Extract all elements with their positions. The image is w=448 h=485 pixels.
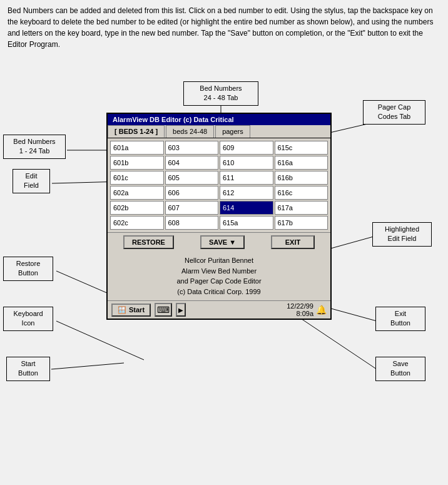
arrow-icon: ▶ (178, 307, 183, 314)
bed-cell[interactable]: 604 (165, 156, 219, 170)
bed-cell[interactable]: 601c (110, 171, 164, 185)
bed-cell[interactable]: 616c (275, 186, 328, 200)
bed-cell[interactable]: 617b (275, 216, 328, 230)
start-label: Start (129, 306, 145, 314)
main-area: Bed Numbers 24 - 48 Tab Pager Cap Codes … (0, 81, 448, 485)
bed-cell[interactable]: 602c (110, 216, 164, 230)
footer-line2: Alarm View Bed Number (110, 266, 328, 277)
bed-cell[interactable]: 615a (220, 216, 273, 230)
instruction-text: Bed Numbers can be added and deleted fro… (0, 0, 448, 55)
keyboard-icon-button[interactable]: ⌨ (155, 303, 172, 317)
bed-cell[interactable]: 602a (110, 186, 164, 200)
label-bed-numbers-1-24-tab: Bed Numbers 1 - 24 Tab (3, 135, 66, 159)
bed-cell[interactable]: 609 (220, 141, 273, 155)
bed-cell[interactable]: 602b (110, 201, 164, 215)
bed-cell[interactable]: 607 (165, 201, 219, 215)
footer-line3: and Pager Cap Code Editor (110, 276, 328, 287)
taskbar-arrow-button[interactable]: ▶ (176, 303, 186, 317)
bed-cell[interactable]: 616b (275, 171, 328, 185)
buttons-bar: RESTORE SAVE ▼ EXIT (108, 232, 330, 252)
footer-text: Nellcor Puritan Bennet Alarm View Bed Nu… (108, 252, 330, 300)
bed-cell[interactable]: 614 (220, 201, 273, 215)
bed-cell[interactable]: 608 (165, 216, 219, 230)
svg-line-7 (328, 237, 374, 249)
bed-cell[interactable]: 616a (275, 156, 328, 170)
label-exit-button: Exit Button (375, 307, 425, 331)
label-restore-button: Restore Button (3, 257, 53, 281)
bed-cell[interactable]: 601a (110, 141, 164, 155)
system-tray-icon: 🔔 (316, 305, 327, 315)
label-pager-cap-codes-tab: Pager Cap Codes Tab (363, 100, 425, 125)
svg-line-6 (51, 363, 124, 369)
bed-cell[interactable]: 615c (275, 141, 328, 155)
bed-cell[interactable]: 606 (165, 186, 219, 200)
dialog-title: AlarmView DB Editor (c) Data Critical (108, 114, 330, 125)
keyboard-icon: ⌨ (157, 305, 170, 315)
bed-cell[interactable]: 611 (220, 171, 273, 185)
taskbar-left: 🪟 Start ⌨ ▶ (111, 303, 186, 317)
taskbar: 🪟 Start ⌨ ▶ 12/22/99 8:09a 🔔 (108, 300, 330, 319)
taskbar-right: 12/22/99 8:09a 🔔 (287, 302, 327, 317)
bed-cell[interactable]: 617a (275, 201, 328, 215)
label-start-button: Start Button (6, 357, 50, 381)
bed-cell[interactable]: 612 (220, 186, 273, 200)
start-button[interactable]: 🪟 Start (111, 304, 151, 317)
svg-line-5 (56, 321, 144, 360)
tab-beds-1-24[interactable]: [ BEDS 1-24 ] (108, 125, 165, 138)
tab-pagers[interactable]: pagers (215, 125, 250, 138)
tabs-bar: [ BEDS 1-24 ] beds 24-48 pagers (108, 125, 330, 138)
bed-cell[interactable]: 603 (165, 141, 219, 155)
label-bed-numbers-24-48-tab: Bed Numbers 24 - 48 Tab (183, 81, 258, 106)
bed-cell[interactable]: 605 (165, 171, 219, 185)
dialog: AlarmView DB Editor (c) Data Critical [ … (106, 113, 332, 320)
bed-cell[interactable]: 610 (220, 156, 273, 170)
footer-line1: Nellcor Puritan Bennet (110, 255, 328, 266)
tab-beds-24-48[interactable]: beds 24-48 (166, 125, 214, 138)
label-edit-field: Edit Field (13, 169, 50, 193)
windows-icon: 🪟 (118, 306, 126, 314)
taskbar-time2: 8:09a (287, 310, 313, 317)
restore-button[interactable]: RESTORE (123, 235, 174, 249)
label-highlighted-edit-field: Highlighted Edit Field (372, 222, 432, 247)
label-keyboard-icon: Keyboard Icon (3, 307, 53, 331)
exit-button[interactable]: EXIT (271, 235, 315, 249)
beds-grid: 601a603609615c601b604610616a601c60561161… (108, 138, 330, 232)
label-save-button: Save Button (375, 357, 425, 381)
taskbar-time: 12/22/99 8:09a (287, 302, 313, 317)
taskbar-date: 12/22/99 (287, 302, 313, 310)
save-button[interactable]: SAVE ▼ (200, 235, 245, 249)
bed-cell[interactable]: 601b (110, 156, 164, 170)
footer-line4: (c) Data Critical Corp. 1999 (110, 287, 328, 297)
